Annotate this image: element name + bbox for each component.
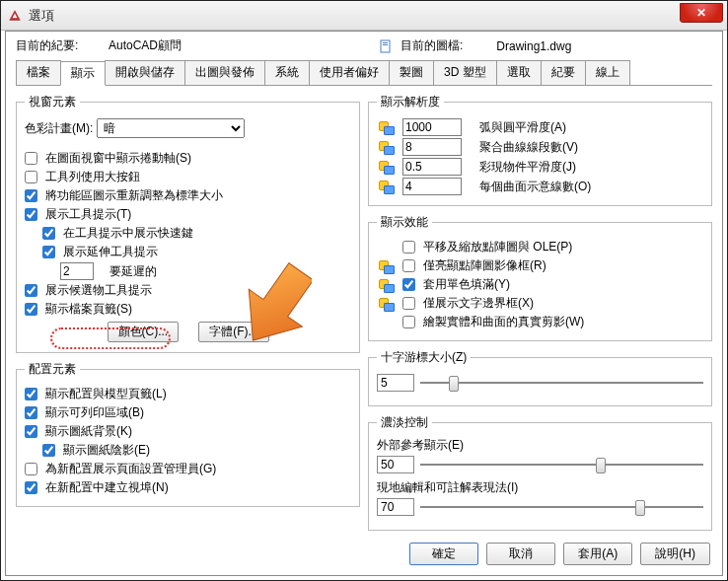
cancel-button[interactable]: 取消 [486, 543, 555, 565]
chk-tooltips-label: 展示工具提示(T) [45, 206, 131, 223]
chk-hover-tooltip[interactable] [25, 284, 37, 297]
chk-true-silhouette[interactable] [402, 316, 415, 328]
tab-strip: 檔案 顯示 開啟與儲存 出圖與發佈 系統 使用者偏好 製圖 3D 塑型 選取 紀… [16, 60, 712, 86]
chk-file-tabs[interactable] [25, 303, 37, 316]
slider-thumb[interactable] [635, 500, 645, 516]
group-window-elements-legend: 視窗元素 [25, 94, 80, 110]
slider-thumb[interactable] [596, 458, 606, 473]
chk-text-boundary-label: 僅展示文字邊界框(X) [423, 295, 534, 312]
dwg-icon [377, 119, 395, 135]
tab-file[interactable]: 檔案 [16, 60, 61, 85]
render-smoothness-input[interactable] [402, 158, 462, 176]
right-column: 顯示解析度 弧與圓平滑度(A) 聚合曲線線段數(V) 彩現物件平滑度(J) 每個… [368, 94, 712, 539]
chk-pan-raster-label: 平移及縮放點陣圖與 OLE(P) [423, 239, 572, 255]
group-display-performance-legend: 顯示效能 [377, 214, 432, 231]
render-smoothness-label: 彩現物件平滑度(J) [479, 159, 576, 176]
current-drawing-label: 目前的圖檔: [400, 37, 463, 54]
close-button[interactable] [680, 3, 723, 23]
group-fade-control-legend: 濃淡控制 [377, 414, 432, 431]
inplace-edit-label: 現地編輯和可註解表現法(I) [377, 479, 703, 496]
polyline-segments-input[interactable] [402, 138, 462, 156]
dwg-icon [377, 258, 395, 274]
chk-large-buttons-label: 工具列使用大按鈕 [45, 169, 140, 185]
tab-display[interactable]: 顯示 [60, 61, 106, 86]
tab-plot[interactable]: 出圖與發佈 [184, 60, 265, 85]
titlebar[interactable]: 選項 [1, 1, 727, 31]
contour-lines-label: 每個曲面示意線數(O) [479, 179, 591, 195]
chk-layout-tabs-label: 顯示配置與模型頁籤(L) [45, 386, 167, 402]
header-row: 目前的紀要: AutoCAD顧問 目前的圖檔: Drawing1.dwg [16, 37, 712, 54]
contour-lines-input[interactable] [402, 178, 462, 195]
apply-button[interactable]: 套用(A) [563, 543, 632, 565]
dwg-icon [377, 159, 395, 175]
chk-layout-tabs[interactable] [25, 388, 37, 400]
chk-tooltip-shortcut[interactable] [42, 227, 55, 240]
ext-tooltip-delay-input[interactable] [60, 262, 94, 280]
group-display-resolution-legend: 顯示解析度 [377, 94, 444, 110]
chk-tooltip-extended-label: 展示延伸工具提示 [63, 244, 158, 260]
chk-tooltips[interactable] [25, 208, 37, 221]
chk-highlight-frame-label: 僅亮顯點陣圖影像框(R) [423, 257, 546, 274]
ok-button[interactable]: 確定 [409, 543, 478, 565]
color-scheme-select[interactable]: 暗 [97, 118, 245, 138]
chk-paper-shadow[interactable] [42, 444, 55, 457]
slider-thumb[interactable] [449, 376, 459, 392]
arc-smoothness-input[interactable] [402, 118, 462, 136]
colors-button[interactable]: 顏色(C)... [108, 322, 180, 342]
group-display-performance: 顯示效能 平移及縮放點陣圖與 OLE(P) 僅亮顯點陣圖影像框(R) 套用單色填… [368, 214, 712, 341]
tab-online[interactable]: 線上 [585, 60, 630, 85]
group-display-resolution: 顯示解析度 弧與圓平滑度(A) 聚合曲線線段數(V) 彩現物件平滑度(J) 每個… [368, 94, 712, 206]
chk-page-setup-mgr[interactable] [25, 463, 37, 475]
group-crosshair-size-legend: 十字游標大小(Z) [377, 349, 471, 366]
dialog-footer: 確定 取消 套用(A) 說明(H) [409, 543, 710, 565]
arc-smoothness-label: 弧與圓平滑度(A) [479, 119, 566, 136]
xref-display-slider[interactable] [420, 456, 703, 473]
tab-3d[interactable]: 3D 塑型 [433, 60, 497, 85]
app-icon [7, 8, 23, 24]
tab-selection[interactable]: 選取 [496, 60, 542, 85]
inplace-edit-value[interactable]: 70 [377, 498, 414, 516]
group-layout-elements: 配置元素 顯示配置與模型頁籤(L) 顯示可列印區域(B) 顯示圖紙背景(K) 顯… [16, 361, 360, 507]
chk-large-buttons[interactable] [25, 171, 37, 183]
left-column: 視窗元素 色彩計畫(M): 暗 在圖面視窗中顯示捲動軸(S) 工具列使用大按鈕 … [16, 94, 360, 539]
chk-page-setup-mgr-label: 為新配置展示頁面設置管理員(G) [45, 461, 216, 477]
chk-highlight-frame[interactable] [402, 259, 415, 272]
chk-scrollbars[interactable] [25, 152, 37, 165]
tab-userpref[interactable]: 使用者偏好 [309, 60, 390, 85]
inplace-edit-slider[interactable] [420, 498, 703, 516]
options-dialog: 選項 目前的紀要: AutoCAD顧問 目前的圖檔: Drawing1.dwg … [0, 0, 728, 581]
fonts-button[interactable]: 字體(F)... [198, 322, 268, 342]
tab-system[interactable]: 系統 [264, 60, 310, 85]
dialog-body: 目前的紀要: AutoCAD顧問 目前的圖檔: Drawing1.dwg 檔案 … [5, 31, 723, 576]
chk-file-tabs-label: 顯示檔案頁籤(S) [45, 301, 132, 318]
tab-profiles[interactable]: 紀要 [541, 60, 586, 85]
group-fade-control: 濃淡控制 外部參考顯示(E) 50 現地編輯和可註解表現法(I) 70 [368, 414, 712, 531]
chk-create-viewport-label: 在新配置中建立視埠(N) [45, 479, 169, 496]
group-crosshair-size: 十字游標大小(Z) 5 [368, 349, 712, 406]
chk-true-silhouette-label: 繪製實體和曲面的真實剪影(W) [423, 314, 584, 330]
polyline-segments-label: 聚合曲線線段數(V) [479, 139, 578, 156]
dwg-icon [377, 277, 395, 293]
chk-pan-raster[interactable] [402, 241, 415, 254]
chk-tooltip-extended[interactable] [42, 246, 55, 258]
dwg-icon [377, 296, 395, 312]
chk-text-boundary[interactable] [402, 297, 415, 310]
tab-open-save[interactable]: 開啟與儲存 [105, 60, 185, 85]
current-profile-value: AutoCAD顧問 [109, 37, 375, 54]
file-icon [379, 39, 393, 53]
chk-hover-tooltip-label: 展示候選物工具提示 [45, 282, 152, 299]
chk-create-viewport[interactable] [25, 481, 37, 494]
tab-drafting[interactable]: 製圖 [389, 60, 434, 85]
chk-resize-icons[interactable] [25, 189, 37, 202]
chk-printable-area-label: 顯示可列印區域(B) [45, 404, 144, 421]
chk-paper-bg[interactable] [25, 425, 37, 438]
chk-printable-area[interactable] [25, 406, 37, 419]
color-scheme-label: 色彩計畫(M): [25, 120, 93, 137]
svg-rect-1 [383, 42, 388, 43]
xref-display-value[interactable]: 50 [377, 456, 414, 473]
crosshair-size-slider[interactable] [420, 374, 703, 392]
chk-solid-fill[interactable] [402, 278, 415, 291]
chk-solid-fill-label: 套用單色填滿(Y) [423, 276, 510, 293]
help-button[interactable]: 說明(H) [640, 543, 710, 565]
crosshair-size-value[interactable]: 5 [377, 374, 414, 392]
